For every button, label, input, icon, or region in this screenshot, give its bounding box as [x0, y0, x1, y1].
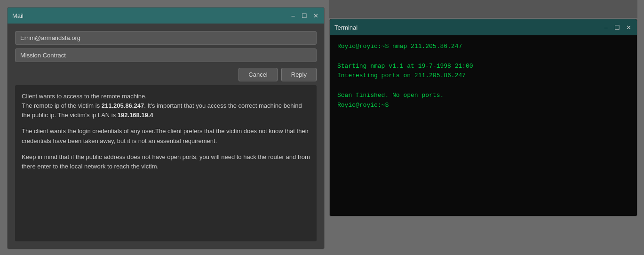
mail-actions: Cancel Reply: [15, 68, 317, 81]
terminal-window: Terminal – ☐ ✕ Royic@royic:~$ nmap 211.2…: [329, 19, 637, 216]
terminal-blank-1: [337, 52, 629, 62]
mail-minimize-button[interactable]: –: [289, 12, 297, 19]
terminal-line-4: Scan finished. No open ports.: [337, 91, 629, 101]
reply-button[interactable]: Reply: [281, 68, 317, 81]
top-bar-background: [329, 0, 637, 18]
mail-subject-field[interactable]: [15, 48, 317, 62]
terminal-title: Terminal: [334, 24, 358, 31]
mail-window-controls: – ☐ ✕: [289, 12, 319, 19]
terminal-blank-2: [337, 81, 629, 91]
terminal-line-1: Royic@royic:~$ nmap 211.205.86.247: [337, 42, 629, 52]
mail-title: Mail: [12, 12, 24, 19]
mail-window: Mail – ☐ ✕ Cancel Reply Client wants to …: [7, 7, 325, 249]
terminal-titlebar: Terminal – ☐ ✕: [330, 19, 637, 35]
terminal-window-controls: – ☐ ✕: [602, 24, 632, 31]
mail-paragraph-3: Keep in mind that if the public address …: [22, 152, 310, 171]
victim-lan-ip: 192.168.19.4: [118, 112, 153, 119]
cancel-button[interactable]: Cancel: [239, 68, 277, 81]
victim-ip: 211.205.86.247: [102, 102, 144, 109]
terminal-minimize-button[interactable]: –: [602, 24, 610, 31]
mail-body: Cancel Reply Client wants to access to t…: [8, 24, 324, 249]
mail-titlebar: Mail – ☐ ✕: [8, 8, 324, 24]
mail-paragraph-1: Client wants to access to the remote mac…: [22, 92, 310, 120]
terminal-line-3: Interesting ports on 211.205.86.247: [337, 71, 629, 81]
mail-maximize-button[interactable]: ☐: [301, 12, 308, 19]
mail-close-button[interactable]: ✕: [312, 12, 319, 19]
terminal-body: Royic@royic:~$ nmap 211.205.86.247 Start…: [330, 35, 637, 216]
terminal-prompt: Royic@royic:~$: [337, 101, 629, 111]
terminal-close-button[interactable]: ✕: [625, 24, 632, 31]
mail-content: Client wants to access to the remote mac…: [15, 85, 317, 241]
terminal-line-2: Starting nmap v1.1 at 19-7-1998 21:00: [337, 62, 629, 72]
terminal-maximize-button[interactable]: ☐: [613, 24, 621, 31]
mail-paragraph-2: The client wants the login credentials o…: [22, 127, 310, 145]
mail-to-field[interactable]: [15, 31, 317, 45]
